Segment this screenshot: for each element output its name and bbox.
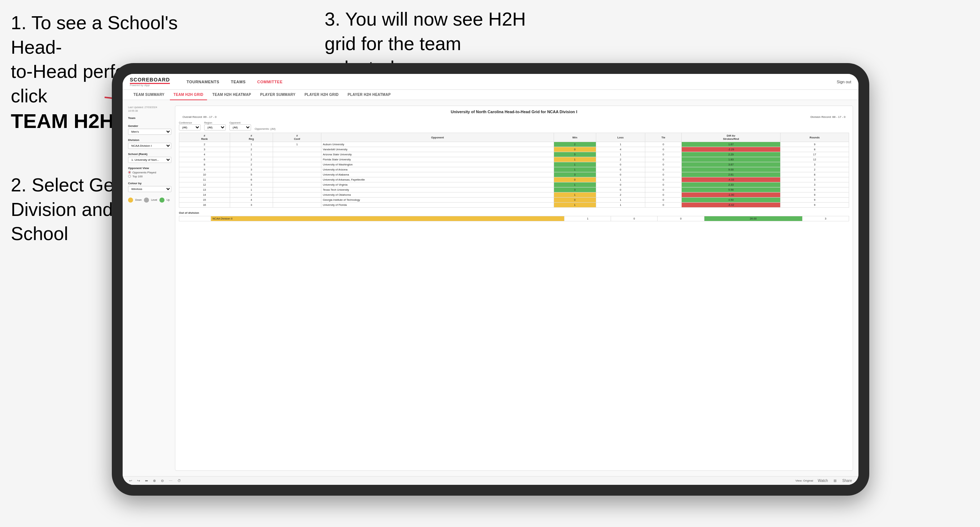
h2h-table: #Rank #Reg #Conf Opponent Win Loss Tie D…	[179, 133, 849, 208]
zoom-out-btn[interactable]: ⊖	[160, 478, 165, 483]
back-btn[interactable]: ⬅	[144, 478, 149, 483]
table-row: 6 2 Florida State University 1 2 0 1.83 …	[179, 157, 849, 162]
division-rounds: 3	[802, 216, 849, 221]
conference-filter-label: Conference	[179, 121, 200, 124]
region-filter-select[interactable]: (All)	[204, 124, 226, 130]
sign-out-link[interactable]: Sign out	[837, 80, 851, 84]
sidebar-opponent-section: Opponent View Opponents Played Top 100	[128, 167, 171, 178]
legend-up-label: Up	[167, 198, 170, 201]
opponent-filter-label: Opponent	[229, 121, 251, 124]
opponent-view-label: Opponent View	[128, 167, 171, 170]
division-tie: 0	[657, 216, 704, 221]
division-record: Division Record: 88 - 17 - 0	[810, 115, 845, 119]
main-grid: University of North Carolina Head-to-Hea…	[175, 106, 853, 471]
radio-opponents-played[interactable]: Opponents Played	[128, 171, 171, 174]
redo-btn[interactable]: ↪	[136, 478, 141, 483]
sub-nav-player-h2h-grid[interactable]: PLAYER H2H GRID	[301, 90, 342, 100]
opponents-filter-label: Opponents: (All)	[255, 127, 275, 130]
conference-filter-select[interactable]: (All)	[179, 124, 200, 130]
sidebar-gender-section: Gender Men's	[128, 124, 171, 135]
legend-up-dot	[159, 198, 164, 203]
opponent-filter-select[interactable]: (All)	[229, 124, 251, 130]
zoom-in-btn[interactable]: ⊕	[152, 478, 157, 483]
table-row: 13 1 Texas Tech University 3 0 0 5.56 9	[179, 187, 849, 192]
table-row: 16 3 University of Florida 1 1 0 -6.42 9	[179, 203, 849, 208]
col-rank: #Rank	[179, 133, 230, 142]
division-name	[179, 216, 211, 221]
more-btn[interactable]: ⋯	[168, 478, 173, 483]
out-of-division-table: NCAA Division II 1 0 0 26.00 3	[179, 216, 849, 221]
logo-text: SCOREBOARD	[130, 77, 170, 84]
out-of-division-label: Out of division	[179, 211, 849, 214]
school-label: School (Rank)	[128, 152, 171, 156]
colour-by-select[interactable]: Win/loss	[128, 186, 171, 192]
radio-top-100[interactable]: Top 100	[128, 175, 171, 178]
grid-title: University of North Carolina Head-to-Hea…	[179, 110, 849, 114]
logo-subtext: Powered by clippi	[130, 84, 150, 87]
col-win: Win	[554, 133, 596, 142]
gender-select[interactable]: Men's	[128, 129, 171, 135]
out-of-division-row: NCAA Division II 1 0 0 26.00 3	[179, 216, 849, 221]
nav-items: TOURNAMENTS TEAMS COMMITTEE	[184, 78, 285, 86]
table-row: 12 3 University of Virginia 1 0 0 2.33 3	[179, 183, 849, 187]
top-nav: SCOREBOARD Powered by clippi TOURNAMENTS…	[123, 74, 858, 90]
radio-dot-top100	[128, 175, 131, 178]
bottom-toolbar: ↩ ↪ ⬅ ⊕ ⊖ ⋯ ⏱ View: Original Watch ⊞ Sha…	[123, 476, 858, 485]
division-label: Division	[128, 138, 171, 142]
sidebar-team-section: Team	[128, 116, 171, 121]
filter-conference: Conference (All)	[179, 121, 200, 130]
table-row: 9 3 University of Arizona 1 0 0 9.00 2	[179, 167, 849, 172]
sidebar: Last Updated: 27/03/2024 16:55:38 Team G…	[128, 106, 171, 471]
col-reg: #Reg	[230, 133, 273, 142]
sub-nav-player-summary[interactable]: PLAYER SUMMARY	[256, 90, 299, 100]
col-conf: #Conf	[273, 133, 321, 142]
last-updated: Last Updated: 27/03/2024 16:55:38	[128, 106, 171, 113]
table-row: 8 2 University of Washington 1 0 0 3.67 …	[179, 162, 849, 167]
view-label: View: Original	[795, 479, 813, 482]
sidebar-school-section: School (Rank) 1. University of Nort...	[128, 152, 171, 163]
overall-record: Overall Record: 89 - 17 - 0	[183, 115, 216, 119]
division-win: 1	[565, 216, 611, 221]
table-row: 14 2 University of Oklahoma 1 2 0 -1.00 …	[179, 192, 849, 198]
content-area: Last Updated: 27/03/2024 16:55:38 Team G…	[123, 100, 858, 476]
table-row: 2 1 1 Auburn University 2 1 0 1.67 9	[179, 142, 849, 147]
nav-teams[interactable]: TEAMS	[229, 78, 248, 86]
sub-nav-team-h2h-heatmap[interactable]: TEAM H2H HEATMAP	[209, 90, 255, 100]
legend-level-label: Level	[151, 198, 157, 201]
table-header-row: #Rank #Reg #Conf Opponent Win Loss Tie D…	[179, 133, 849, 142]
school-select[interactable]: 1. University of Nort...	[128, 157, 171, 163]
nav-committee[interactable]: COMMITTEE	[255, 78, 285, 86]
table-row: 4 1 Arizona State University 5 1 0 2.29 …	[179, 152, 849, 157]
team-label: Team	[128, 116, 171, 120]
sidebar-division-section: Division NCAA Division I	[128, 138, 171, 149]
radio-dot-opponents	[128, 171, 131, 174]
legend-down-label: Down	[135, 198, 142, 201]
opponent-radio-group: Opponents Played Top 100	[128, 171, 171, 178]
sidebar-colour-section: Colour by Win/loss	[128, 182, 171, 192]
layout-btn[interactable]: ⊞	[832, 478, 837, 483]
clock-btn[interactable]: ⏱	[177, 478, 182, 483]
sub-nav-team-h2h-grid[interactable]: TEAM H2H GRID	[170, 90, 207, 100]
table-row: 3 2 Vanderbilt University 0 4 0 -2.29 8	[179, 147, 849, 152]
division-loss: 0	[611, 216, 657, 221]
app-logo: SCOREBOARD Powered by clippi	[130, 77, 170, 87]
nav-tournaments[interactable]: TOURNAMENTS	[184, 78, 221, 86]
division-select[interactable]: NCAA Division I	[128, 143, 171, 149]
watch-btn[interactable]: Watch	[817, 478, 829, 483]
gender-label: Gender	[128, 124, 171, 128]
tablet: SCOREBOARD Powered by clippi TOURNAMENTS…	[112, 63, 869, 496]
share-btn[interactable]: Share	[841, 478, 853, 483]
sub-nav-player-h2h-heatmap[interactable]: PLAYER H2H HEATMAP	[344, 90, 394, 100]
sub-nav-team-summary[interactable]: TEAM SUMMARY	[130, 90, 168, 100]
toolbar-view: View: Original Watch ⊞ Share	[795, 478, 853, 483]
tablet-screen: SCOREBOARD Powered by clippi TOURNAMENTS…	[123, 74, 858, 485]
table-row: 10 5 University of Alabama 3 0 0 2.61 8	[179, 172, 849, 177]
filter-region: Region (All)	[204, 121, 226, 130]
undo-btn[interactable]: ↩	[128, 478, 133, 483]
col-tie: Tie	[645, 133, 681, 142]
col-loss: Loss	[596, 133, 645, 142]
legend-level-dot	[144, 198, 149, 203]
table-row: 11 6 University of Arkansas, Fayettevill…	[179, 177, 849, 183]
col-rounds: Rounds	[780, 133, 849, 142]
division-label-cell: NCAA Division II	[211, 216, 565, 221]
